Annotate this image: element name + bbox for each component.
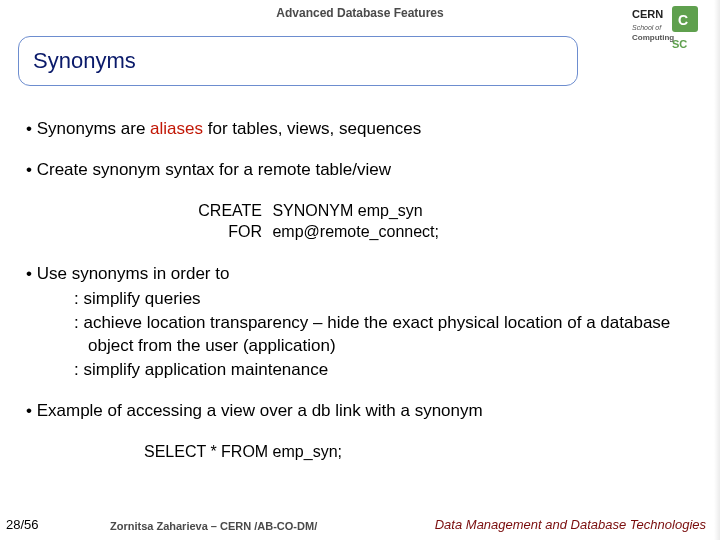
code-kw-create: CREATE bbox=[166, 200, 262, 222]
footer-author: Zornitsa Zaharieva – CERN /AB-CO-DM/ bbox=[110, 520, 317, 532]
code-val-1: SYNONYM emp_syn bbox=[268, 202, 423, 219]
bullet-1-pre: Synonyms are bbox=[37, 119, 150, 138]
footer: 28/56 Zornitsa Zaharieva – CERN /AB-CO-D… bbox=[0, 512, 720, 534]
slide-title-box: Synonyms bbox=[18, 36, 578, 86]
bullet-2: Create synonym syntax for a remote table… bbox=[26, 159, 696, 182]
course-name: Advanced Database Features bbox=[0, 6, 720, 20]
sub-list: : simplify queries : achieve location tr… bbox=[60, 288, 696, 382]
slide: Advanced Database Features CERN School o… bbox=[0, 0, 720, 540]
side-shadow bbox=[714, 0, 720, 540]
sub-2: : achieve location transparency – hide t… bbox=[60, 312, 696, 358]
svg-text:C: C bbox=[678, 12, 688, 28]
logo-bot-text: Computing bbox=[632, 33, 674, 42]
logo-mid-text: School of bbox=[632, 24, 662, 31]
cern-logo: CERN School of Computing C SC bbox=[630, 4, 700, 56]
bullet-1-post: for tables, views, sequences bbox=[203, 119, 421, 138]
sub-1: : simplify queries bbox=[60, 288, 696, 311]
code-kw-for: FOR bbox=[166, 221, 262, 243]
code-val-2: emp@remote_connect; bbox=[268, 223, 439, 240]
logo-top-text: CERN bbox=[632, 8, 663, 20]
svg-text:SC: SC bbox=[672, 38, 687, 50]
content-area: Synonyms are aliases for tables, views, … bbox=[26, 118, 696, 462]
bullet-4: Example of accessing a view over a db li… bbox=[26, 400, 696, 423]
slide-title: Synonyms bbox=[33, 48, 136, 74]
sub-3: : simplify application maintenance bbox=[60, 359, 696, 382]
bullet-1: Synonyms are aliases for tables, views, … bbox=[26, 118, 696, 141]
code-block-select: SELECT * FROM emp_syn; bbox=[144, 441, 696, 463]
top-bar: Advanced Database Features bbox=[0, 0, 720, 30]
bullet-3: Use synonyms in order to bbox=[26, 263, 696, 286]
page-number: 28/56 bbox=[6, 517, 39, 532]
footer-topic: Data Management and Database Technologie… bbox=[435, 517, 706, 532]
bullet-1-highlight: aliases bbox=[150, 119, 203, 138]
code-block-create: CREATE SYNONYM emp_syn FOR emp@remote_co… bbox=[166, 200, 696, 243]
